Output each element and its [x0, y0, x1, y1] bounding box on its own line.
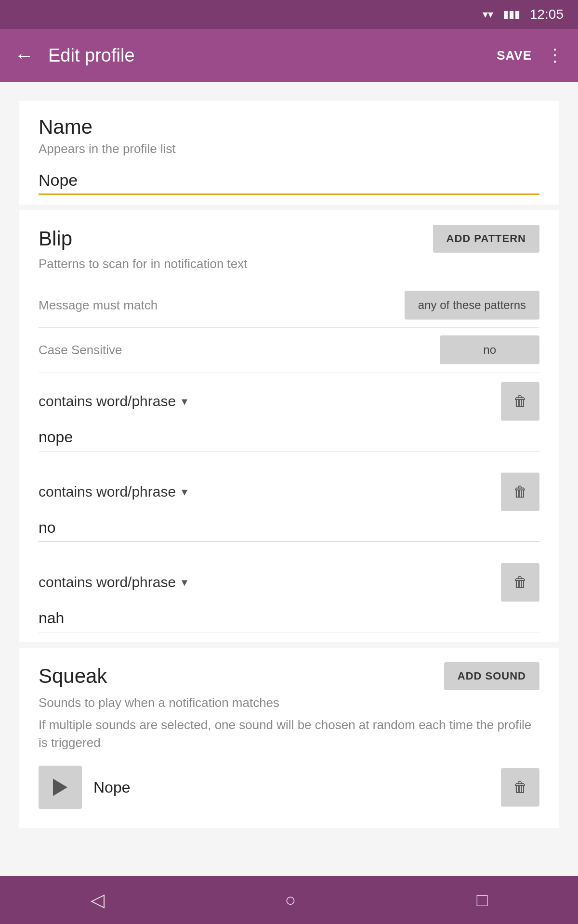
delete-pattern-button-0[interactable]: 🗑 — [501, 382, 539, 421]
pattern-selector-row-2: contains word/phrase ▾ 🗑 — [39, 563, 539, 602]
trash-icon-sound-0: 🗑 — [513, 779, 527, 796]
name-section-title: Name — [39, 116, 539, 139]
page-title: Edit profile — [48, 45, 497, 66]
case-sensitive-row: Case Sensitive no — [39, 328, 539, 372]
battery-icon: ▮▮▮ — [503, 8, 520, 21]
sound-item-0: Nope 🗑 — [39, 756, 539, 819]
delete-pattern-button-2[interactable]: 🗑 — [501, 563, 539, 602]
delete-pattern-button-1[interactable]: 🗑 — [501, 473, 539, 511]
pattern-input-1[interactable] — [39, 515, 539, 542]
blip-description: Patterns to scan for in notification tex… — [39, 257, 539, 271]
name-section-subtitle: Appears in the profile list — [39, 141, 539, 156]
squeak-section: Squeak ADD SOUND Sounds to play when a n… — [19, 648, 559, 828]
blip-section: Blip ADD PATTERN Patterns to scan for in… — [19, 210, 559, 642]
main-content: Name Appears in the profile list Blip AD… — [0, 82, 578, 876]
more-options-button[interactable]: ⋮ — [546, 45, 564, 65]
squeak-section-header: Squeak ADD SOUND — [39, 662, 539, 690]
name-input[interactable] — [39, 166, 539, 195]
add-pattern-button[interactable]: ADD PATTERN — [433, 225, 539, 253]
pattern-divider-0 — [39, 451, 539, 463]
dropdown-arrow-2: ▾ — [182, 576, 187, 589]
nav-home-button[interactable]: ○ — [285, 890, 296, 911]
pattern-input-2[interactable] — [39, 605, 539, 632]
wifi-icon: ▾▾ — [483, 8, 493, 21]
pattern-type-dropdown-0[interactable]: contains word/phrase ▾ — [39, 393, 501, 410]
status-bar: ▾▾ ▮▮▮ 12:05 — [0, 0, 578, 29]
name-section: Name Appears in the profile list — [19, 101, 559, 205]
pattern-row-0: contains word/phrase ▾ 🗑 — [39, 372, 539, 451]
pattern-selector-row-0: contains word/phrase ▾ 🗑 — [39, 382, 539, 421]
bottom-nav: ◁ ○ □ — [0, 876, 578, 924]
trash-icon-1: 🗑 — [513, 484, 527, 500]
pattern-divider-1 — [39, 542, 539, 553]
app-bar: ← Edit profile SAVE ⋮ — [0, 29, 578, 82]
squeak-description-1: Sounds to play when a notification match… — [39, 694, 539, 711]
case-sensitive-label: Case Sensitive — [39, 343, 122, 358]
delete-sound-button-0[interactable]: 🗑 — [501, 768, 539, 807]
pattern-type-label-2: contains word/phrase — [39, 574, 176, 590]
trash-icon-0: 🗑 — [513, 393, 527, 410]
blip-section-title: Blip — [39, 227, 72, 250]
nav-recent-button[interactable]: □ — [477, 890, 488, 911]
pattern-row-1: contains word/phrase ▾ 🗑 — [39, 463, 539, 542]
back-button[interactable]: ← — [14, 45, 34, 66]
play-icon-0 — [53, 779, 67, 796]
pattern-row-2: contains word/phrase ▾ 🗑 — [39, 553, 539, 632]
status-time: 12:05 — [530, 7, 564, 22]
trash-icon-2: 🗑 — [513, 574, 527, 590]
squeak-description-2: If multiple sounds are selected, one sou… — [39, 716, 539, 751]
pattern-type-dropdown-1[interactable]: contains word/phrase ▾ — [39, 484, 501, 500]
sound-name-0: Nope — [93, 779, 501, 796]
message-match-label: Message must match — [39, 298, 158, 313]
pattern-selector-row-1: contains word/phrase ▾ 🗑 — [39, 473, 539, 511]
message-match-row: Message must match any of these patterns — [39, 283, 539, 328]
dropdown-arrow-1: ▾ — [182, 485, 187, 499]
nav-back-button[interactable]: ◁ — [91, 889, 105, 911]
pattern-type-label-0: contains word/phrase — [39, 393, 176, 410]
case-sensitive-value-button[interactable]: no — [440, 335, 539, 364]
add-sound-button[interactable]: ADD SOUND — [444, 662, 539, 690]
message-match-value-button[interactable]: any of these patterns — [405, 291, 539, 320]
pattern-type-dropdown-2[interactable]: contains word/phrase ▾ — [39, 574, 501, 590]
dropdown-arrow-0: ▾ — [182, 395, 187, 408]
pattern-input-0[interactable] — [39, 424, 539, 451]
squeak-section-title: Squeak — [39, 665, 107, 688]
pattern-type-label-1: contains word/phrase — [39, 484, 176, 500]
blip-section-header: Blip ADD PATTERN — [39, 225, 539, 253]
play-sound-button-0[interactable] — [39, 766, 82, 809]
save-button[interactable]: SAVE — [497, 48, 532, 63]
